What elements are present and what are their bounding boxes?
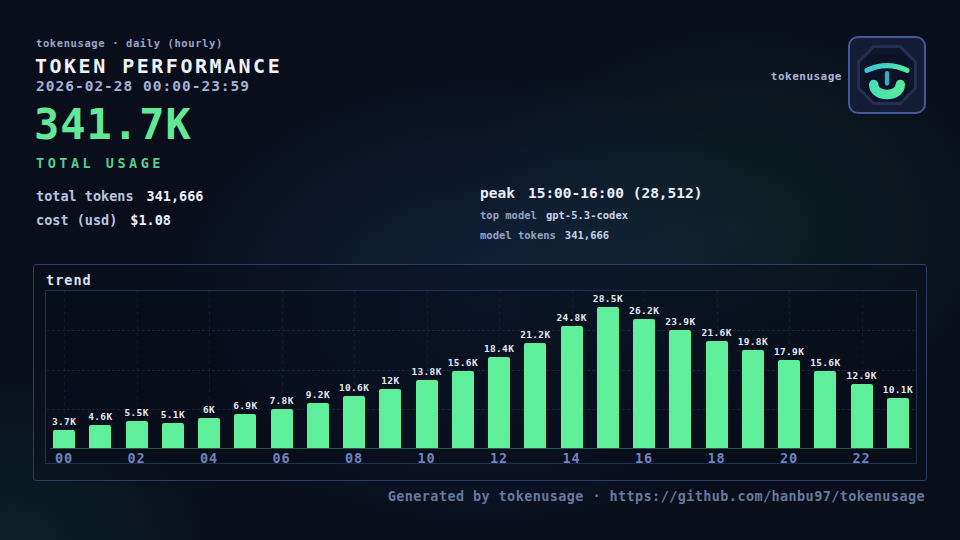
bar-value-label-00: 3.7K <box>52 416 76 427</box>
bar-slot-04: 6K <box>191 291 227 448</box>
bar-value-label-07: 9.2K <box>306 389 330 400</box>
x-tick-15 <box>590 450 626 468</box>
bar-20 <box>778 360 800 448</box>
bar-slot-23: 10.1K <box>880 291 916 448</box>
bar-07 <box>307 403 329 448</box>
bar-value-label-11: 15.6K <box>448 357 478 368</box>
x-tick-01 <box>82 450 118 468</box>
x-tick-08: 08 <box>336 450 372 468</box>
bar-slot-19: 19.8K <box>735 291 771 448</box>
bar-value-label-12: 18.4K <box>484 343 514 354</box>
bar-value-label-10: 13.8K <box>412 366 442 377</box>
page-title: TOKEN PERFORMANCE <box>35 54 282 78</box>
bar-slot-15: 28.5K <box>590 291 626 448</box>
total-usage-value: 341.7K <box>34 100 192 149</box>
stat-total-tokens: total tokens 341,666 <box>36 188 203 204</box>
bar-slot-10: 13.8K <box>409 291 445 448</box>
stat-label: cost (usd) <box>36 212 117 228</box>
bar-23 <box>887 398 909 448</box>
stat-model-tokens: model tokens 341,666 <box>480 229 609 241</box>
bar-value-label-01: 4.6K <box>88 411 112 422</box>
bar-10 <box>416 380 438 448</box>
bar-00 <box>53 430 75 448</box>
x-tick-18: 18 <box>699 450 735 468</box>
x-tick-13 <box>517 450 553 468</box>
x-tick-19 <box>735 450 771 468</box>
bars-row: 3.7K4.6K5.5K5.1K6K6.9K7.8K9.2K10.6K12K13… <box>46 291 916 448</box>
bar-value-label-18: 21.6K <box>702 327 732 338</box>
stat-value: 341,666 <box>565 229 609 241</box>
footer-prefix: Generated by tokenusage · <box>388 488 610 504</box>
bar-18 <box>706 341 728 448</box>
bar-slot-12: 18.4K <box>481 291 517 448</box>
x-tick-11 <box>445 450 481 468</box>
stat-label: top model <box>480 209 537 221</box>
x-axis-baseline <box>50 448 912 449</box>
bar-value-label-09: 12K <box>381 375 399 386</box>
bar-15 <box>597 307 619 448</box>
bar-11 <box>452 371 474 448</box>
date-range: 2026-02-28 00:00-23:59 <box>36 78 250 94</box>
footer-credit: Generated by tokenusage · https://github… <box>388 488 925 504</box>
stat-value: 341,666 <box>147 188 204 204</box>
x-tick-05 <box>227 450 263 468</box>
bar-value-label-15: 28.5K <box>593 293 623 304</box>
bar-05 <box>234 414 256 448</box>
x-tick-07 <box>300 450 336 468</box>
bar-value-label-08: 10.6K <box>339 382 369 393</box>
bar-09 <box>379 389 401 448</box>
bar-slot-05: 6.9K <box>227 291 263 448</box>
stat-value: $1.08 <box>130 212 171 228</box>
bar-04 <box>198 418 220 448</box>
bar-value-label-16: 26.2K <box>629 305 659 316</box>
stat-cost: cost (usd) $1.08 <box>36 212 171 228</box>
stat-label: total tokens <box>36 188 134 204</box>
bar-01 <box>89 425 111 448</box>
bar-slot-06: 7.8K <box>264 291 300 448</box>
trend-panel: trend 3.7K4.6K5.5K5.1K6K6.9K7.8K9.2K10.6… <box>33 264 927 481</box>
footer-repo-link[interactable]: https://github.com/hanbu97/tokenusage <box>609 488 925 504</box>
bar-slot-16: 26.2K <box>626 291 662 448</box>
x-tick-17 <box>662 450 698 468</box>
bar-value-label-03: 5.1K <box>161 409 185 420</box>
bar-slot-21: 15.6K <box>807 291 843 448</box>
bar-slot-17: 23.9K <box>662 291 698 448</box>
bar-03 <box>162 423 184 448</box>
bar-chart-plot: 3.7K4.6K5.5K5.1K6K6.9K7.8K9.2K10.6K12K13… <box>45 290 917 464</box>
bar-slot-13: 21.2K <box>517 291 553 448</box>
stat-peak: peak 15:00-16:00 (28,512) <box>480 185 703 201</box>
x-tick-22: 22 <box>844 450 880 468</box>
bar-value-label-13: 21.2K <box>520 329 550 340</box>
bar-16 <box>633 319 655 448</box>
bar-slot-14: 24.8K <box>554 291 590 448</box>
bar-slot-18: 21.6K <box>699 291 735 448</box>
bar-value-label-17: 23.9K <box>665 316 695 327</box>
bar-22 <box>851 384 873 448</box>
stat-value: 15:00-16:00 (28,512) <box>528 185 703 201</box>
x-tick-02: 02 <box>119 450 155 468</box>
bar-slot-01: 4.6K <box>82 291 118 448</box>
bar-value-label-19: 19.8K <box>738 336 768 347</box>
bar-12 <box>488 357 510 448</box>
x-tick-10: 10 <box>409 450 445 468</box>
x-tick-14: 14 <box>554 450 590 468</box>
x-tick-06: 06 <box>264 450 300 468</box>
bar-02 <box>126 421 148 448</box>
bar-14 <box>561 326 583 448</box>
x-tick-21 <box>807 450 843 468</box>
bar-08 <box>343 396 365 448</box>
bar-value-label-05: 6.9K <box>233 400 257 411</box>
bar-slot-22: 12.9K <box>844 291 880 448</box>
stat-label: peak <box>480 185 515 201</box>
bar-value-label-21: 15.6K <box>810 357 840 368</box>
x-tick-04: 04 <box>191 450 227 468</box>
token-smile-icon <box>850 38 924 112</box>
x-tick-23 <box>880 450 916 468</box>
x-tick-16: 16 <box>626 450 662 468</box>
x-tick-03 <box>155 450 191 468</box>
stat-label: model tokens <box>480 229 556 241</box>
brand-name: tokenusage <box>771 70 842 83</box>
bar-19 <box>742 350 764 448</box>
bar-value-label-06: 7.8K <box>270 395 294 406</box>
bar-slot-20: 17.9K <box>771 291 807 448</box>
